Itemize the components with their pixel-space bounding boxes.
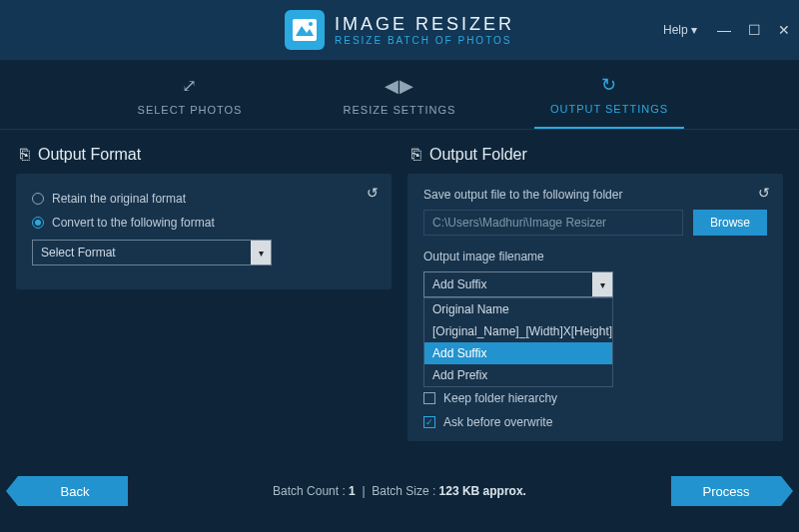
batch-size-value: 123 KB approx. [439, 484, 526, 498]
browse-button[interactable]: Browse [693, 210, 767, 236]
tab-bar: ⤢ SELECT PHOTOS ◀▶ RESIZE SETTINGS ↻ OUT… [0, 60, 799, 130]
radio-label: Convert to the following format [52, 216, 215, 230]
filename-label: Output image filename [423, 250, 767, 264]
radio-retain-original[interactable]: Retain the original format [32, 192, 376, 206]
app-title: IMAGE RESIZER [335, 14, 514, 35]
brand-text: IMAGE RESIZER RESIZE BATCH OF PHOTOS [335, 14, 514, 46]
chevron-down-icon[interactable]: ▾ [592, 272, 612, 296]
output-folder-body: ↺ Save output file to the following fold… [407, 174, 783, 441]
help-menu[interactable]: Help ▾ [651, 17, 709, 43]
export-icon: ⎘ [20, 146, 30, 164]
output-path-input[interactable] [423, 210, 683, 236]
save-path-label: Save output file to the following folder [423, 188, 767, 202]
checkbox-ask-before-overwrite[interactable]: Ask before overwrite [423, 415, 767, 429]
footer-bar: Back Batch Count : 1 | Batch Size : 123 … [0, 464, 799, 518]
expand-icon: ⤢ [182, 74, 198, 98]
checkbox-label: Keep folder hierarchy [443, 391, 557, 405]
output-format-body: ↺ Retain the original format Convert to … [16, 174, 392, 289]
batch-count-label: Batch Count : [273, 484, 346, 498]
output-format-panel: ⎘ Output Format ↺ Retain the original fo… [16, 140, 392, 464]
maximize-button[interactable]: ☐ [739, 15, 769, 45]
svg-rect-0 [293, 19, 317, 41]
batch-count-value: 1 [349, 484, 356, 498]
option-original-name[interactable]: Original Name [424, 298, 612, 320]
option-name-dimensions[interactable]: [Original_Name]_[Width]X[Height] [424, 320, 612, 342]
option-add-suffix[interactable]: Add Suffix [424, 342, 612, 364]
minimize-button[interactable]: ― [709, 15, 739, 45]
refresh-icon: ↻ [601, 73, 617, 97]
brand: IMAGE RESIZER RESIZE BATCH OF PHOTOS [285, 10, 514, 50]
close-button[interactable]: ✕ [769, 15, 799, 45]
process-button[interactable]: Process [671, 476, 781, 506]
app-logo-icon [285, 10, 325, 50]
app-subtitle: RESIZE BATCH OF PHOTOS [335, 35, 514, 46]
filename-select-value: Add Suffix [424, 277, 592, 291]
batch-size-label: Batch Size : [372, 484, 435, 498]
tab-select-photos[interactable]: ⤢ SELECT PHOTOS [115, 60, 265, 129]
caret-down-icon: ▾ [691, 23, 697, 37]
filename-select-box[interactable]: Add Suffix ▾ [423, 271, 613, 297]
checkbox-keep-folder-hierarchy[interactable]: Keep folder hierarchy [423, 391, 767, 405]
tab-label: SELECT PHOTOS [138, 104, 243, 116]
tab-label: RESIZE SETTINGS [344, 104, 456, 116]
filename-dropdown-list: Original Name [Original_Name]_[Width]X[H… [423, 297, 613, 387]
chevron-down-icon[interactable]: ▾ [251, 241, 271, 265]
output-format-heading: ⎘ Output Format [16, 140, 392, 174]
reset-format-button[interactable]: ↺ [360, 180, 386, 206]
tab-label: OUTPUT SETTINGS [550, 103, 668, 115]
reset-folder-button[interactable]: ↺ [751, 180, 777, 206]
title-bar: IMAGE RESIZER RESIZE BATCH OF PHOTOS Hel… [0, 0, 799, 60]
main-content: ⎘ Output Format ↺ Retain the original fo… [0, 130, 799, 464]
mirror-icon: ◀▶ [385, 74, 414, 98]
batch-info: Batch Count : 1 | Batch Size : 123 KB ap… [273, 484, 526, 498]
radio-icon [32, 217, 44, 229]
output-folder-heading: ⎘ Output Folder [407, 140, 783, 174]
output-folder-panel: ⎘ Output Folder ↺ Save output file to th… [407, 140, 783, 464]
checkbox-group: Keep folder hierarchy Ask before overwri… [423, 391, 767, 429]
checkbox-icon [423, 392, 435, 404]
svg-point-2 [309, 22, 313, 26]
radio-label: Retain the original format [52, 192, 186, 206]
window-controls: Help ▾ ― ☐ ✕ [651, 0, 799, 60]
option-add-prefix[interactable]: Add Prefix [424, 364, 612, 386]
tab-resize-settings[interactable]: ◀▶ RESIZE SETTINGS [325, 60, 474, 129]
path-row: Browse [423, 210, 767, 236]
back-button[interactable]: Back [18, 476, 128, 506]
format-select-value: Select Format [33, 246, 251, 260]
tab-output-settings[interactable]: ↻ OUTPUT SETTINGS [534, 60, 684, 129]
radio-convert-format[interactable]: Convert to the following format [32, 216, 376, 230]
checkbox-label: Ask before overwrite [443, 415, 552, 429]
checkbox-icon [423, 416, 435, 428]
filename-select[interactable]: Add Suffix ▾ Original Name [Original_Nam… [423, 271, 613, 297]
folder-icon: ⎘ [411, 146, 421, 164]
format-select[interactable]: Select Format ▾ [32, 240, 272, 266]
radio-icon [32, 193, 44, 205]
